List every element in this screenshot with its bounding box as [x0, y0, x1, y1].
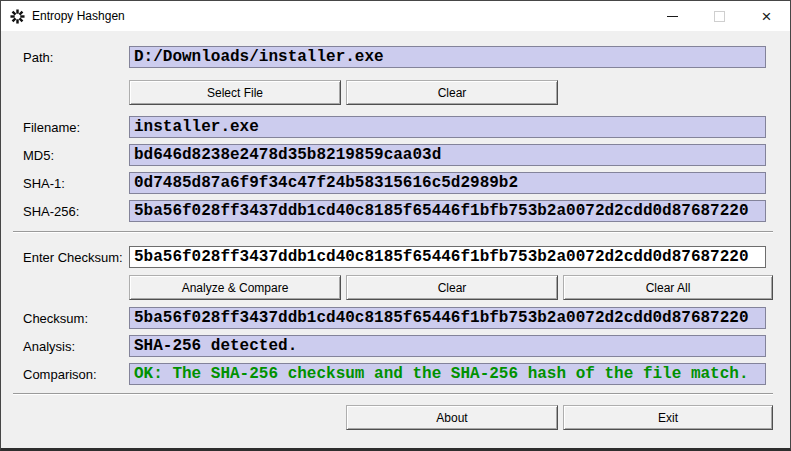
close-icon: × [762, 8, 772, 25]
path-label: Path: [23, 50, 53, 65]
checksum-field: 5ba56f028ff3437ddb1cd40c8185f65446f1bfb7… [129, 307, 766, 329]
path-field: D:/Downloads/installer.exe [129, 46, 766, 68]
separator-bottom [13, 393, 773, 395]
analysis-field: SHA-256 detected. [129, 335, 766, 357]
comparison-field: OK: The SHA-256 checksum and the SHA-256… [129, 363, 766, 385]
separator-top [13, 231, 773, 233]
app-logo-icon [9, 8, 25, 24]
clear-checksum-button[interactable]: Clear [346, 275, 558, 300]
clear-file-button[interactable]: Clear [346, 80, 558, 105]
comparison-label: Comparison: [23, 367, 97, 382]
exit-button[interactable]: Exit [563, 405, 773, 430]
about-button[interactable]: About [346, 405, 558, 430]
md5-field: bd646d8238e2478d35b8219859caa03d [129, 144, 766, 166]
window-controls: × [649, 1, 790, 31]
maximize-icon [714, 11, 725, 22]
md5-label: MD5: [23, 148, 54, 163]
checksum-label: Checksum: [23, 311, 88, 326]
clear-all-button[interactable]: Clear All [563, 275, 773, 300]
analysis-label: Analysis: [23, 339, 75, 354]
filename-label: Filename: [23, 120, 80, 135]
close-button[interactable]: × [743, 1, 790, 31]
app-window: Entropy Hashgen × Path: D:/Downloads/ins… [0, 0, 791, 451]
sha256-label: SHA-256: [23, 204, 79, 219]
select-file-button[interactable]: Select File [129, 80, 341, 105]
sha256-field: 5ba56f028ff3437ddb1cd40c8185f65446f1bfb7… [129, 200, 766, 222]
enter-checksum-input[interactable] [129, 246, 766, 268]
analyze-compare-button[interactable]: Analyze & Compare [129, 275, 341, 300]
minimize-icon [667, 16, 678, 17]
filename-field: installer.exe [129, 116, 766, 138]
minimize-button[interactable] [649, 1, 696, 31]
maximize-button [696, 1, 743, 31]
window-title: Entropy Hashgen [32, 9, 125, 23]
sha1-field: 0d7485d87a6f9f34c47f24b58315616c5d2989b2 [129, 172, 766, 194]
sha1-label: SHA-1: [23, 176, 65, 191]
enter-checksum-label: Enter Checksum: [23, 250, 123, 265]
titlebar: Entropy Hashgen × [1, 1, 790, 31]
